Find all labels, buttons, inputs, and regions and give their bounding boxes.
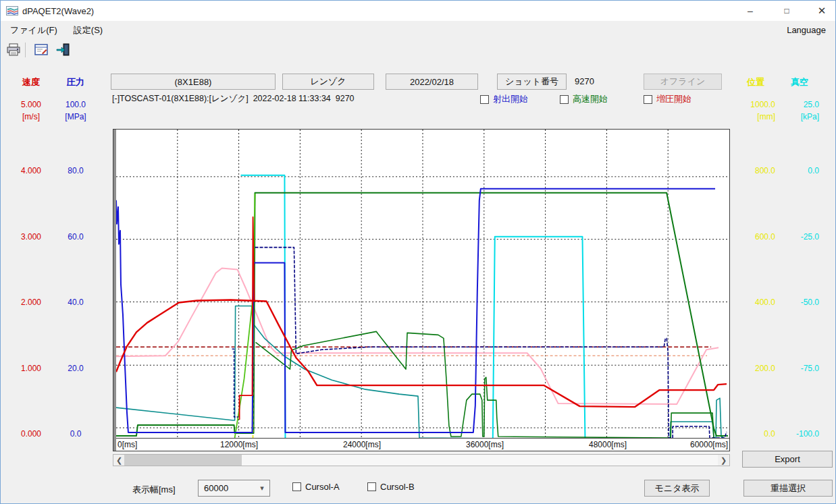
machine-button[interactable]: (8X1E88) (111, 74, 276, 90)
shot-number-button[interactable]: ショット番号 (497, 74, 567, 90)
col-vacuum-tick-2: -25.0 (777, 232, 819, 242)
col-speed-tick-2: 3.000 (10, 232, 52, 242)
x-tick-4: 48000[ms] (577, 440, 638, 449)
display-width-value: 60000 (199, 483, 255, 493)
x-tick-3: 36000[ms] (454, 440, 515, 449)
scroll-left-arrow[interactable]: ❮ (113, 455, 125, 466)
x-tick-1: 12000[ms] (209, 440, 269, 449)
waveform-svg (116, 130, 729, 438)
col-pressure-unit: [MPa] (55, 112, 97, 121)
display-width-select[interactable]: 60000 ▾ (198, 480, 270, 497)
gridlines (116, 130, 729, 438)
col-position-tick-2: 600.0 (733, 232, 775, 242)
axis-ticks-vacuum: 25.00.0-25.0-50.0-75.0-100.0[kPa] (777, 1, 819, 504)
col-pressure-tick-5: 0.0 (55, 429, 97, 439)
mode-button[interactable]: レンゾク (282, 74, 374, 90)
col-vacuum-tick-0: 25.0 (777, 100, 819, 109)
redraw-select-button[interactable]: 重描選択 (743, 480, 833, 497)
col-position-tick-5: 0.0 (733, 429, 775, 439)
col-pressure-tick-2: 60.0 (55, 232, 97, 242)
col-speed-tick-4: 1.000 (10, 364, 52, 373)
event-checkbox-group-1: 高速開始 (560, 94, 608, 105)
event-checkbox-0[interactable] (480, 95, 489, 104)
title-bar: dPAQET2(Wave2) – □ ✕ (1, 1, 835, 21)
axis-ticks-speed: 5.0004.0003.0002.0001.0000.000[m/s] (10, 1, 52, 504)
status-line: [-]TOSCAST-01(8X1E88):[レンゾク] 2022-02-18 … (112, 93, 355, 105)
cursol-a-checkbox[interactable] (292, 482, 301, 491)
x-tick-5: 60000[ms] (690, 440, 728, 449)
col-pressure-tick-3: 40.0 (55, 298, 97, 307)
col-vacuum-tick-4: -75.0 (777, 364, 819, 373)
col-speed-tick-0: 5.000 (10, 100, 52, 109)
col-position-tick-4: 200.0 (733, 364, 775, 373)
col-position-tick-3: 400.0 (733, 298, 775, 307)
waveform-position-green (116, 193, 728, 436)
col-speed-tick-3: 2.000 (10, 298, 52, 307)
event-checkbox-label-1: 高速開始 (573, 93, 608, 105)
col-vacuum-tick-3: -50.0 (777, 298, 819, 307)
menu-bar: ファイル(F)設定(S) (1, 21, 835, 40)
waveform-teal-curve (116, 306, 727, 438)
x-tick-0: 0[ms] (117, 440, 137, 449)
col-vacuum-tick-5: -100.0 (777, 429, 819, 439)
cursol-b-group: Cursol-B (367, 482, 415, 492)
col-position-tick-0: 1000.0 (733, 100, 775, 109)
event-checkbox-group-0: 射出開始 (480, 94, 528, 105)
shot-number-value: 9270 (575, 76, 594, 86)
cursol-b-checkbox[interactable] (367, 482, 376, 491)
event-checkbox-label-0: 射出開始 (493, 93, 528, 105)
col-vacuum-unit: [kPa] (777, 112, 819, 121)
app-window: dPAQET2(Wave2) – □ ✕ ファイル(F)設定(S) Langua… (0, 0, 836, 504)
scroll-right-arrow[interactable]: ❯ (718, 455, 729, 466)
event-checkbox-2[interactable] (644, 95, 652, 104)
axis-ticks-position: 1000.0800.0600.0400.0200.00.0[mm] (733, 1, 775, 504)
waveform-chart: 0[ms]12000[ms]24000[ms]36000[ms]48000[ms… (113, 129, 730, 451)
display-width-label: 表示幅[ms] (132, 484, 176, 496)
waveform-red-spike (240, 217, 255, 420)
chart-scrollbar[interactable]: ❮ ❯ (113, 454, 730, 466)
offline-button[interactable]: オフライン (644, 74, 722, 90)
x-axis-labels: 0[ms]12000[ms]24000[ms]36000[ms]48000[ms… (116, 439, 729, 451)
export-button[interactable]: Export (742, 451, 833, 468)
col-position-tick-1: 800.0 (733, 166, 775, 175)
chevron-down-icon: ▾ (255, 484, 269, 493)
col-pressure-tick-1: 80.0 (55, 166, 97, 175)
waveform-pink-curve (116, 269, 719, 405)
col-pressure-tick-0: 100.0 (55, 100, 97, 109)
cursol-a-group: Cursol-A (292, 482, 340, 492)
col-speed-unit: [m/s] (10, 112, 52, 121)
x-tick-2: 24000[ms] (332, 440, 392, 449)
col-position-unit: [mm] (733, 112, 775, 121)
scroll-thumb[interactable] (124, 455, 242, 466)
date-button[interactable]: 2022/02/18 (386, 74, 478, 90)
toolbar (1, 40, 835, 60)
col-pressure-tick-4: 20.0 (55, 364, 97, 373)
waveform-navy-dashed (255, 248, 727, 438)
monitor-display-button[interactable]: モニタ表示 (644, 480, 710, 497)
col-speed-tick-5: 0.000 (10, 429, 52, 439)
event-checkbox-label-2: 増圧開始 (656, 93, 691, 105)
col-vacuum-tick-1: 0.0 (777, 166, 819, 175)
event-checkbox-group-2: 増圧開始 (644, 94, 691, 105)
cursol-a-label: Cursol-A (305, 482, 340, 492)
axis-ticks-pressure: 100.080.060.040.020.00.0[MPa] (55, 1, 97, 504)
plot-area[interactable] (116, 130, 729, 439)
event-checkbox-1[interactable] (560, 95, 569, 104)
col-speed-tick-1: 4.000 (10, 166, 52, 175)
cursol-b-label: Cursol-B (380, 482, 415, 492)
